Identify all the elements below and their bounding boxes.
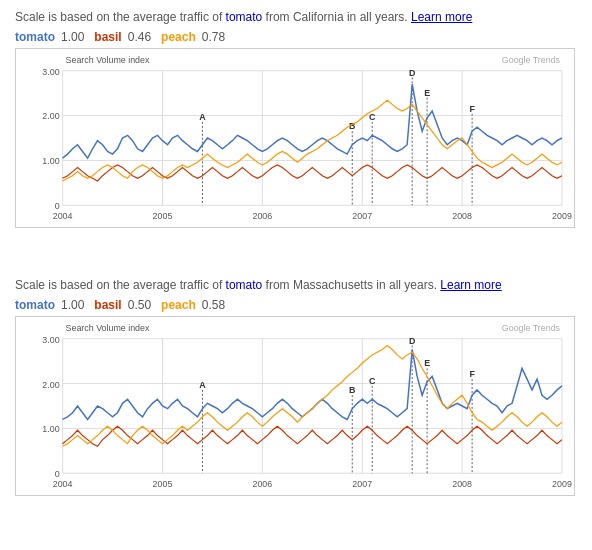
svg-text:2004: 2004: [53, 211, 73, 221]
legend-value: 0.58: [202, 298, 225, 312]
legend-item-peach: peach 0.78: [161, 30, 225, 44]
svg-text:2009: 2009: [552, 211, 572, 221]
svg-text:F: F: [469, 369, 475, 379]
legend-label: tomato: [15, 30, 55, 44]
learn-more-link[interactable]: Learn more: [411, 10, 472, 24]
legend-item-basil: basil 0.46: [94, 30, 151, 44]
svg-text:E: E: [424, 358, 430, 368]
legend-california: tomato 1.00 basil 0.46 peach 0.78: [15, 30, 577, 44]
svg-text:A: A: [199, 112, 206, 122]
svg-text:Google Trends: Google Trends: [502, 55, 561, 65]
legend-label: peach: [161, 30, 196, 44]
scale-keyword-link[interactable]: tomato: [226, 10, 263, 24]
legend-item-tomato: tomato 1.00: [15, 30, 84, 44]
learn-more-link[interactable]: Learn more: [440, 278, 501, 292]
svg-text:2008: 2008: [452, 211, 472, 221]
svg-text:2009: 2009: [552, 479, 572, 489]
legend-item-peach: peach 0.58: [161, 298, 225, 312]
svg-text:0: 0: [55, 201, 60, 211]
svg-text:3.00: 3.00: [42, 67, 59, 77]
chart-section-massachusetts: Scale is based on the average traffic of…: [0, 268, 592, 516]
legend-value: 1.00: [61, 298, 84, 312]
svg-text:Google Trends: Google Trends: [502, 323, 561, 333]
svg-text:Search Volume index: Search Volume index: [66, 55, 150, 65]
svg-text:Search Volume index: Search Volume index: [66, 323, 150, 333]
svg-text:F: F: [469, 104, 475, 114]
legend-label: basil: [94, 30, 121, 44]
legend-value: 1.00: [61, 30, 84, 44]
svg-text:B: B: [349, 385, 355, 395]
svg-text:2.00: 2.00: [42, 112, 59, 122]
svg-text:A: A: [199, 380, 206, 390]
svg-text:2005: 2005: [153, 211, 173, 221]
svg-text:1.00: 1.00: [42, 156, 59, 166]
scale-text-massachusetts: Scale is based on the average traffic of…: [15, 278, 577, 292]
svg-text:C: C: [369, 112, 376, 122]
legend-value: 0.46: [128, 30, 151, 44]
legend-label: basil: [94, 298, 121, 312]
legend-massachusetts: tomato 1.00 basil 0.50 peach 0.58: [15, 298, 577, 312]
legend-value: 0.78: [202, 30, 225, 44]
svg-text:2005: 2005: [153, 479, 173, 489]
legend-item-tomato: tomato 1.00: [15, 298, 84, 312]
svg-text:2008: 2008: [452, 479, 472, 489]
svg-text:3.00: 3.00: [42, 335, 59, 345]
legend-value: 0.50: [128, 298, 151, 312]
svg-text:2007: 2007: [352, 479, 372, 489]
svg-text:2004: 2004: [53, 479, 73, 489]
svg-text:C: C: [369, 376, 376, 386]
legend-label: peach: [161, 298, 196, 312]
chart-california: 3.002.001.000 200420052006200720082009 S…: [15, 48, 575, 228]
svg-text:D: D: [409, 68, 416, 78]
svg-text:2.00: 2.00: [42, 380, 59, 390]
legend-label: tomato: [15, 298, 55, 312]
chart-massachusetts: 3.002.001.000 200420052006200720082009 S…: [15, 316, 575, 496]
legend-item-basil: basil 0.50: [94, 298, 151, 312]
svg-text:0: 0: [55, 469, 60, 479]
chart-section-california: Scale is based on the average traffic of…: [0, 0, 592, 248]
svg-text:E: E: [424, 88, 430, 98]
svg-text:2006: 2006: [252, 479, 272, 489]
scale-keyword-link[interactable]: tomato: [226, 278, 263, 292]
svg-text:2006: 2006: [252, 211, 272, 221]
svg-text:1.00: 1.00: [42, 424, 59, 434]
scale-text-california: Scale is based on the average traffic of…: [15, 10, 577, 24]
svg-text:D: D: [409, 336, 416, 346]
svg-text:2007: 2007: [352, 211, 372, 221]
